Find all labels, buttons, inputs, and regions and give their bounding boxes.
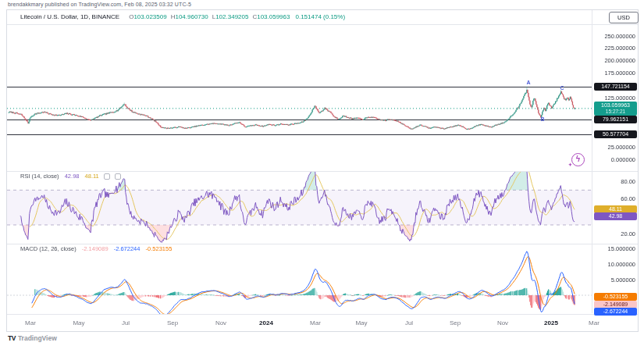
price-level-badge: 50.577704 (594, 130, 637, 138)
macd-line-value: -2.672244 (114, 245, 141, 252)
rsi-axis-tick: 60.00 (621, 195, 635, 202)
time-axis-label[interactable]: Mar (310, 319, 321, 326)
price-axis-tick: 125.000000 (604, 95, 635, 102)
macd-title: MACD (12, 26, close) (20, 245, 76, 252)
chart-canvas[interactable] (7, 24, 592, 315)
time-axis-label[interactable]: Jul (122, 319, 130, 326)
time-axis-label[interactable]: Nov (497, 319, 508, 326)
rsi-axis-tick: 20.00 (621, 230, 635, 237)
close-value: 103.059963 (257, 13, 290, 20)
pane-divider-rsi[interactable] (7, 171, 638, 172)
time-scale[interactable]: MarMayJulSepNov2024MarMayJulSepNov2025Ma… (7, 314, 638, 331)
time-axis-label[interactable]: Mar (25, 319, 36, 326)
time-axis-label[interactable]: May (73, 319, 84, 326)
tradingview-watermark[interactable]: TVTradingView (8, 334, 57, 342)
time-axis-label[interactable]: Mar (589, 319, 600, 326)
countdown-timer: 15:27:21 (594, 109, 637, 115)
pattern-label: C (560, 85, 564, 91)
macd-badge: -2.149089 (594, 301, 637, 309)
last-price-badge: 103.05996315:27:21 (594, 102, 637, 116)
symbol-title: Litecoin / U.S. Dollar, 1D, BINANCE (20, 13, 119, 20)
rsi-value: 42.98 (65, 173, 80, 180)
rsi-axis-tick: 80.00 (621, 178, 635, 185)
price-level-badge: 79.962151 (594, 116, 637, 123)
pattern-flash-icon[interactable]: ϟ✦ (571, 153, 585, 166)
symbol-legend: Litecoin / U.S. Dollar, 1D, BINANCEO103.… (20, 13, 345, 20)
price-level-badge: 147.721154 (594, 83, 637, 91)
visibility-icon[interactable] (104, 173, 110, 180)
pattern-label: B (540, 116, 544, 122)
tradingview-logo-icon: TV (8, 334, 16, 342)
tradingview-label: TradingView (18, 334, 57, 342)
rsi-ma-value: 48.11 (85, 173, 99, 180)
price-axis-tick: 25.000000 (608, 144, 635, 151)
time-axis-label[interactable]: 2025 (544, 319, 558, 326)
price-axis-tick: 175.000000 (604, 70, 635, 77)
header-divider (7, 24, 638, 25)
time-axis-label[interactable]: Jul (405, 319, 413, 326)
price-axis-tick: 250.000000 (604, 33, 635, 40)
macd-legend: MACD (12, 26, close) -2.149089 -2.672244… (20, 245, 172, 252)
price-axis-tick: 225.000000 (604, 45, 635, 52)
low-value: 102.349205 (215, 13, 248, 20)
rsi-badge: 48.11 (594, 205, 637, 213)
macd-badge: -0.523155 (594, 293, 637, 301)
settings-icon[interactable] (115, 173, 121, 180)
macd-hist-value: -2.149089 (82, 245, 109, 252)
macd-axis-tick: 5.000000 (611, 276, 635, 284)
chart-container: Litecoin / U.S. Dollar, 1D, BINANCEO103.… (6, 9, 639, 332)
open-value: 103.023509 (133, 13, 166, 20)
price-scale[interactable]: USD 250.000000225.000000200.000000175.00… (592, 10, 639, 314)
time-axis-label[interactable]: May (355, 319, 367, 326)
rsi-title: RSI (14, close) (20, 173, 59, 180)
pattern-label: A (526, 80, 530, 85)
macd-axis-tick: 10.000000 (608, 261, 635, 268)
rsi-legend: RSI (14, close) 42.98 48.11 (20, 173, 121, 180)
price-axis-tick: 0.000000 (611, 156, 635, 163)
macd-axis-tick: 15.000000 (608, 245, 635, 252)
currency-toggle-button[interactable]: USD (609, 12, 639, 23)
high-value: 104.960730 (175, 13, 208, 20)
price-axis-tick: 200.000000 (604, 57, 635, 64)
rsi-badge: 42.98 (594, 212, 637, 220)
sparkle-icon: ✦ (568, 162, 572, 167)
pane-divider-macd[interactable] (7, 244, 638, 244)
tradingview-snapshot: brendakkmary published on TradingView.co… (0, 0, 644, 346)
time-axis-label[interactable]: Sep (450, 319, 461, 326)
change-value: 0.151474 (0.15%) (295, 13, 345, 20)
time-axis-label[interactable]: Sep (167, 319, 178, 326)
time-axis-label[interactable]: 2024 (259, 319, 273, 326)
time-axis-label[interactable]: Nov (215, 319, 226, 326)
macd-signal-value: -0.523155 (146, 245, 173, 252)
share-note: brendakkmary published on TradingView.co… (8, 2, 191, 7)
